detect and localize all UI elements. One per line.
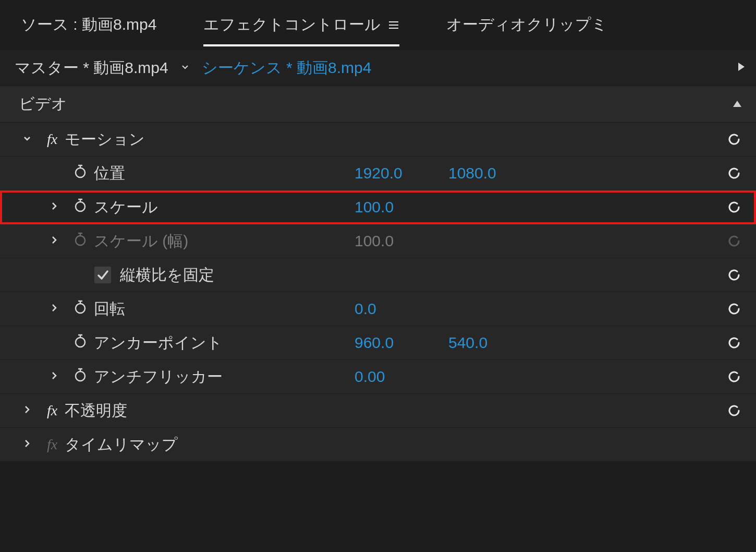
disclosure-toggle-time-remap[interactable] — [22, 438, 32, 451]
tab-source[interactable]: ソース : 動画8.mp4 — [21, 0, 156, 50]
disclosure-toggle-rotation[interactable] — [49, 303, 59, 315]
tab-effect-controls[interactable]: エフェクトコントロール — [203, 0, 399, 50]
timeline-step-forward-icon[interactable] — [736, 61, 747, 75]
reset-icon[interactable] — [725, 402, 743, 419]
property-row-position: 位置 1920.0 1080.0 — [0, 157, 756, 190]
tab-effect-controls-label: エフェクトコントロール — [203, 14, 381, 35]
property-row-scale: スケール 100.0 — [0, 190, 756, 224]
breadcrumb-chevron-icon[interactable] — [180, 62, 190, 74]
tab-audio-label: オーディオクリップミ — [446, 14, 607, 35]
property-scale-width-label: スケール (幅) — [94, 231, 188, 252]
scale-value[interactable]: 100.0 — [355, 198, 394, 216]
reset-icon[interactable] — [725, 164, 743, 182]
breadcrumb-sequence[interactable]: シーケンス * 動画8.mp4 — [202, 57, 372, 79]
uniform-scale-label: 縦横比を固定 — [120, 265, 214, 286]
svg-point-14 — [76, 304, 85, 313]
disclosure-toggle-antiflicker[interactable] — [49, 370, 59, 383]
effect-motion-label: モーション — [65, 129, 145, 150]
property-row-rotation: 回転 0.0 — [0, 292, 756, 326]
collapse-up-icon[interactable] — [732, 98, 742, 111]
property-anchor-label: アンカーポイント — [94, 332, 223, 354]
reset-icon — [725, 232, 743, 250]
disclosure-toggle-motion[interactable] — [22, 133, 32, 146]
uniform-scale-checkbox[interactable] — [94, 266, 112, 284]
property-row-scale-width: スケール (幅) 100.0 — [0, 224, 756, 258]
reset-icon[interactable] — [725, 198, 743, 216]
property-antiflicker-label: アンチフリッカー — [94, 366, 223, 388]
svg-point-11 — [76, 236, 85, 245]
panel-tabstrip: ソース : 動画8.mp4 エフェクトコントロール オーディオクリップミ — [0, 0, 756, 50]
rotation-value[interactable]: 0.0 — [355, 300, 376, 318]
property-rows: fx モーション 位置 1920.0 1080.0 スケール 100.0 — [0, 123, 756, 462]
section-header-video[interactable]: ビデオ — [0, 86, 756, 123]
effect-row-opacity[interactable]: fx 不透明度 — [0, 394, 756, 428]
svg-point-17 — [76, 338, 85, 347]
property-rotation-label: 回転 — [94, 298, 125, 320]
effect-row-motion[interactable]: fx モーション — [0, 123, 756, 157]
reset-icon[interactable] — [725, 334, 743, 352]
property-row-uniform-scale: 縦横比を固定 — [0, 258, 756, 292]
property-position-label: 位置 — [94, 163, 125, 184]
disclosure-toggle-scale-width[interactable] — [49, 235, 59, 247]
fx-badge-icon[interactable]: fx — [47, 131, 57, 148]
reset-icon[interactable] — [725, 368, 743, 386]
reset-icon[interactable] — [725, 300, 743, 318]
stopwatch-icon[interactable] — [72, 299, 88, 319]
svg-marker-3 — [738, 63, 745, 71]
disclosure-toggle-scale[interactable] — [49, 201, 59, 213]
reset-icon[interactable] — [725, 130, 743, 148]
fx-badge-icon[interactable]: fx — [47, 436, 57, 453]
svg-marker-4 — [733, 101, 741, 107]
position-x-value[interactable]: 1920.0 — [355, 164, 403, 182]
section-header-video-label: ビデオ — [19, 93, 67, 115]
effect-time-remap-label: タイムリマップ — [65, 434, 178, 455]
property-scale-label: スケール — [94, 197, 158, 218]
svg-point-8 — [76, 202, 85, 211]
stopwatch-icon[interactable] — [72, 198, 88, 217]
reset-icon[interactable] — [725, 266, 743, 284]
antiflicker-value[interactable]: 0.00 — [355, 368, 385, 386]
disclosure-toggle-opacity[interactable] — [22, 404, 32, 417]
fx-badge-icon[interactable]: fx — [47, 402, 57, 419]
breadcrumb-master[interactable]: マスター * 動画8.mp4 — [15, 57, 168, 79]
scale-width-value: 100.0 — [355, 232, 394, 250]
stopwatch-icon[interactable] — [72, 164, 88, 183]
anchor-y-value[interactable]: 540.0 — [448, 334, 487, 352]
svg-point-5 — [76, 168, 85, 177]
svg-point-20 — [76, 371, 85, 381]
panel-menu-icon[interactable] — [388, 19, 399, 31]
property-row-anchor-point: アンカーポイント 960.0 540.0 — [0, 326, 756, 360]
property-row-antiflicker: アンチフリッカー 0.00 — [0, 360, 756, 394]
stopwatch-icon[interactable] — [72, 367, 88, 387]
tab-source-label: ソース : 動画8.mp4 — [21, 14, 156, 35]
stopwatch-icon[interactable] — [72, 333, 88, 353]
effect-row-time-remap[interactable]: fx タイムリマップ — [0, 428, 756, 462]
tab-audio-clip-mixer[interactable]: オーディオクリップミ — [446, 0, 607, 50]
stopwatch-icon — [72, 232, 88, 251]
effect-opacity-label: 不透明度 — [65, 400, 127, 422]
anchor-x-value[interactable]: 960.0 — [355, 334, 394, 352]
clip-breadcrumb: マスター * 動画8.mp4 シーケンス * 動画8.mp4 — [0, 50, 756, 86]
position-y-value[interactable]: 1080.0 — [448, 164, 496, 182]
